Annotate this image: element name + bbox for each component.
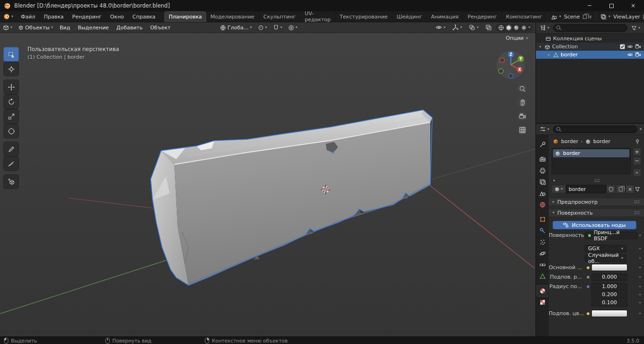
orientation-select[interactable]: Глоба... ▾ xyxy=(217,25,255,31)
solid-shading-icon[interactable] xyxy=(506,25,512,31)
section-preview[interactable]: ▸ Предпросмотр xyxy=(549,198,644,206)
material-name-field[interactable]: border xyxy=(566,185,606,193)
tab-render-properties[interactable] xyxy=(536,154,548,165)
decorator-dot[interactable] xyxy=(637,294,642,295)
menu-object[interactable]: Объект xyxy=(146,22,174,33)
ortho-toggle-button[interactable] xyxy=(517,125,527,135)
material-slot-item[interactable]: border xyxy=(553,149,629,157)
visibility-dropdown[interactable]: ▾ xyxy=(433,24,448,31)
pan-button[interactable] xyxy=(517,98,527,107)
radius-x-field[interactable]: 1.000 xyxy=(591,283,627,290)
tab-texture-properties[interactable] xyxy=(536,297,548,308)
disclosure-triangle-icon[interactable]: ▸ xyxy=(546,53,551,57)
decorator-dot[interactable] xyxy=(637,302,642,303)
new-scene-button[interactable] xyxy=(583,15,587,19)
section-grip[interactable] xyxy=(634,200,640,204)
move-tool[interactable] xyxy=(4,80,18,94)
overlays-dropdown[interactable]: ▾ xyxy=(466,24,481,31)
transform-tool[interactable] xyxy=(4,124,18,138)
mode-select[interactable]: Объекты ▾ xyxy=(15,22,56,33)
radius-z-field[interactable]: 0.100 xyxy=(591,299,627,307)
blender-menu-button[interactable]: ▾ xyxy=(0,11,17,22)
tab-modifier-properties[interactable] xyxy=(536,225,548,236)
decorator-dot[interactable] xyxy=(637,276,642,278)
menu-help[interactable]: Справка xyxy=(128,11,160,22)
resize-grip[interactable] xyxy=(594,179,600,182)
base-color-swatch[interactable] xyxy=(591,264,627,271)
tab-material-properties[interactable] xyxy=(536,285,548,297)
workspace-tab-sculpting[interactable]: Скульптинг xyxy=(259,11,300,22)
browse-material-button[interactable]: ▾ xyxy=(552,185,566,193)
viewlayer-selector[interactable]: ▾ ViewLayer × xyxy=(596,11,644,22)
close-button[interactable]: × xyxy=(622,0,644,11)
workspace-tab-texture-paint[interactable]: Текстурирование xyxy=(336,11,392,22)
properties-search-input[interactable] xyxy=(553,126,637,133)
snap-toggle[interactable]: ▾ xyxy=(270,25,285,31)
workspace-tab-animation[interactable]: Анимация xyxy=(426,11,463,22)
annotate-tool[interactable] xyxy=(4,142,18,156)
workspace-tab-layout[interactable]: Планировка xyxy=(164,11,206,22)
workspace-tab-uv[interactable]: UV-редактор xyxy=(300,11,336,22)
menu-window[interactable]: Окно xyxy=(106,11,128,22)
render-camera-icon[interactable] xyxy=(635,52,641,58)
workspace-tab-rendering[interactable]: Рендеринг xyxy=(463,11,502,22)
menu-add[interactable]: Добавить xyxy=(113,22,146,33)
gizmo-y-negative[interactable] xyxy=(499,69,503,73)
decorator-dot[interactable] xyxy=(637,248,642,249)
decorator-dot[interactable] xyxy=(637,267,642,268)
pivot-point-select[interactable]: ▾ xyxy=(255,25,270,31)
remove-material-slot-button[interactable]: − xyxy=(633,157,641,165)
distribution-select[interactable]: GGX ▾ xyxy=(585,245,626,253)
outliner-row-border[interactable]: ▸ border xyxy=(536,51,644,59)
hide-eye-icon[interactable] xyxy=(627,52,633,58)
scale-tool[interactable] xyxy=(4,109,18,123)
properties-editor-type-button[interactable]: ▾ xyxy=(538,126,551,133)
subsurface-color-swatch[interactable] xyxy=(591,310,627,317)
subsurface-value-field[interactable]: 0.000 xyxy=(591,273,627,281)
unlink-scene-button[interactable]: × xyxy=(589,14,592,19)
rotate-tool[interactable] xyxy=(4,95,18,109)
gizmos-dropdown[interactable]: ▾ xyxy=(449,24,465,31)
menu-edit[interactable]: Правка xyxy=(39,11,68,22)
rendered-shading-icon[interactable] xyxy=(521,25,527,31)
tab-tool-properties[interactable] xyxy=(536,139,548,150)
camera-view-button[interactable] xyxy=(517,111,527,121)
decorator-dot[interactable] xyxy=(637,286,642,287)
outliner-row-collection[interactable]: ▾ Collection xyxy=(536,43,644,51)
workspace-tab-compositing[interactable]: Композитинг xyxy=(502,11,547,22)
tab-object-data-properties[interactable] xyxy=(536,271,548,282)
object-border[interactable] xyxy=(151,110,432,285)
new-material-button[interactable] xyxy=(616,185,625,193)
radius-y-field[interactable]: 0.200 xyxy=(591,291,627,299)
tab-output-properties[interactable] xyxy=(536,165,548,176)
decorator-dot[interactable] xyxy=(637,313,642,314)
add-material-slot-button[interactable]: + xyxy=(633,148,641,156)
menu-render[interactable]: Рендеринг xyxy=(68,11,106,22)
material-shading-icon[interactable] xyxy=(513,25,519,31)
tab-object-properties[interactable] xyxy=(536,214,548,225)
menu-file[interactable]: Файл xyxy=(17,11,39,22)
xray-toggle[interactable] xyxy=(482,24,495,31)
zoom-button[interactable] xyxy=(517,84,527,93)
maximize-button[interactable] xyxy=(600,0,622,11)
hide-eye-icon[interactable] xyxy=(627,44,633,50)
outliner-search-input[interactable] xyxy=(553,24,627,32)
disclosure-triangle-icon[interactable]: ▾ xyxy=(538,45,543,49)
measure-tool[interactable] xyxy=(4,157,18,171)
menu-view[interactable]: Вид xyxy=(56,22,74,33)
surface-shader-field[interactable]: Принц...й BSDF xyxy=(585,232,637,239)
decorator-dot[interactable] xyxy=(637,257,642,259)
breadcrumb-object-name[interactable]: border xyxy=(561,138,578,145)
decorator-dot[interactable] xyxy=(637,235,642,236)
editor-type-button[interactable]: ▾ xyxy=(0,22,15,33)
wireframe-shading-icon[interactable] xyxy=(498,25,504,31)
minimize-button[interactable]: ─ xyxy=(579,0,600,11)
section-grip[interactable] xyxy=(634,211,640,215)
outliner-editor-type-button[interactable]: ▾ xyxy=(538,24,551,31)
menu-select[interactable]: Выделение xyxy=(74,22,113,33)
workspace-tab-shading[interactable]: Шейдинг xyxy=(392,11,426,22)
proportional-editing-toggle[interactable]: ▾ xyxy=(285,25,300,31)
tab-physics-properties[interactable] xyxy=(536,248,548,259)
tab-scene-properties[interactable] xyxy=(536,188,548,199)
gizmo-z-negative[interactable] xyxy=(508,73,513,78)
